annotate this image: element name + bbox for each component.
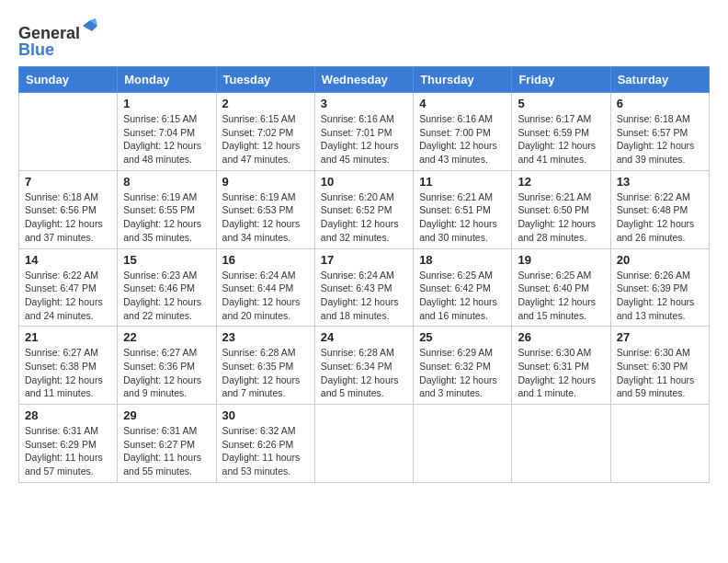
day-number: 25 <box>419 330 506 344</box>
day-info: Sunrise: 6:22 AM Sunset: 6:48 PM Dayligh… <box>617 190 703 245</box>
day-info: Sunrise: 6:24 AM Sunset: 6:44 PM Dayligh… <box>222 269 309 323</box>
day-info: Sunrise: 6:15 AM Sunset: 7:04 PM Dayligh… <box>123 112 210 167</box>
day-number: 28 <box>25 408 111 422</box>
day-number: 18 <box>419 253 506 267</box>
day-info: Sunrise: 6:18 AM Sunset: 6:56 PM Dayligh… <box>25 190 111 245</box>
calendar-cell: 21Sunrise: 6:27 AM Sunset: 6:38 PM Dayli… <box>19 327 118 405</box>
day-number: 29 <box>123 408 210 422</box>
calendar-week-4: 21Sunrise: 6:27 AM Sunset: 6:38 PM Dayli… <box>19 327 710 405</box>
calendar-cell: 4Sunrise: 6:16 AM Sunset: 7:00 PM Daylig… <box>414 93 512 171</box>
calendar-cell: 22Sunrise: 6:27 AM Sunset: 6:36 PM Dayli… <box>118 327 216 405</box>
calendar-cell: 3Sunrise: 6:16 AM Sunset: 7:01 PM Daylig… <box>314 93 413 171</box>
calendar-cell: 2Sunrise: 6:15 AM Sunset: 7:02 PM Daylig… <box>216 93 314 171</box>
calendar-week-5: 28Sunrise: 6:31 AM Sunset: 6:29 PM Dayli… <box>19 405 710 483</box>
calendar-cell: 20Sunrise: 6:26 AM Sunset: 6:39 PM Dayli… <box>610 248 709 327</box>
calendar-header-row: SundayMondayTuesdayWednesdayThursdayFrid… <box>19 67 710 93</box>
header-monday: Monday <box>118 67 216 93</box>
day-number: 24 <box>321 330 407 344</box>
calendar-table: SundayMondayTuesdayWednesdayThursdayFrid… <box>18 66 710 483</box>
calendar-cell: 23Sunrise: 6:28 AM Sunset: 6:35 PM Dayli… <box>216 327 314 405</box>
day-info: Sunrise: 6:30 AM Sunset: 6:30 PM Dayligh… <box>617 346 703 400</box>
calendar-cell: 24Sunrise: 6:28 AM Sunset: 6:34 PM Dayli… <box>314 327 413 405</box>
calendar-cell <box>314 405 413 483</box>
day-info: Sunrise: 6:16 AM Sunset: 7:01 PM Dayligh… <box>321 112 407 167</box>
calendar-cell: 7Sunrise: 6:18 AM Sunset: 6:56 PM Daylig… <box>19 170 118 248</box>
day-info: Sunrise: 6:16 AM Sunset: 7:00 PM Dayligh… <box>419 112 506 167</box>
day-number: 30 <box>222 408 309 422</box>
calendar-cell: 27Sunrise: 6:30 AM Sunset: 6:30 PM Dayli… <box>610 327 709 405</box>
day-info: Sunrise: 6:19 AM Sunset: 6:55 PM Dayligh… <box>123 190 210 245</box>
day-info: Sunrise: 6:17 AM Sunset: 6:59 PM Dayligh… <box>518 112 604 167</box>
calendar-week-2: 7Sunrise: 6:18 AM Sunset: 6:56 PM Daylig… <box>19 170 710 248</box>
calendar-cell: 29Sunrise: 6:31 AM Sunset: 6:27 PM Dayli… <box>118 405 216 483</box>
header-wednesday: Wednesday <box>314 67 413 93</box>
calendar-week-1: 1Sunrise: 6:15 AM Sunset: 7:04 PM Daylig… <box>19 93 710 171</box>
day-number: 21 <box>25 330 111 344</box>
day-info: Sunrise: 6:31 AM Sunset: 6:29 PM Dayligh… <box>25 424 111 478</box>
day-number: 13 <box>617 175 703 189</box>
calendar-cell: 9Sunrise: 6:19 AM Sunset: 6:53 PM Daylig… <box>216 170 314 248</box>
header-thursday: Thursday <box>414 67 512 93</box>
logo-icon: General Blue <box>18 18 101 59</box>
day-number: 5 <box>518 97 604 110</box>
calendar-cell: 15Sunrise: 6:23 AM Sunset: 6:46 PM Dayli… <box>118 248 216 327</box>
calendar-cell: 18Sunrise: 6:25 AM Sunset: 6:42 PM Dayli… <box>414 248 512 327</box>
day-number: 4 <box>419 97 506 110</box>
calendar-cell: 25Sunrise: 6:29 AM Sunset: 6:32 PM Dayli… <box>414 327 512 405</box>
calendar-cell: 16Sunrise: 6:24 AM Sunset: 6:44 PM Dayli… <box>216 248 314 327</box>
calendar-cell: 30Sunrise: 6:32 AM Sunset: 6:26 PM Dayli… <box>216 405 314 483</box>
day-info: Sunrise: 6:15 AM Sunset: 7:02 PM Dayligh… <box>222 112 309 167</box>
day-info: Sunrise: 6:27 AM Sunset: 6:36 PM Dayligh… <box>123 346 210 400</box>
day-info: Sunrise: 6:24 AM Sunset: 6:43 PM Dayligh… <box>321 269 407 323</box>
calendar-cell: 26Sunrise: 6:30 AM Sunset: 6:31 PM Dayli… <box>512 327 610 405</box>
calendar-cell: 28Sunrise: 6:31 AM Sunset: 6:29 PM Dayli… <box>19 405 118 483</box>
day-number: 20 <box>617 253 703 267</box>
calendar-cell: 10Sunrise: 6:20 AM Sunset: 6:52 PM Dayli… <box>314 170 413 248</box>
day-number: 10 <box>321 175 407 189</box>
day-number: 23 <box>222 330 309 344</box>
day-info: Sunrise: 6:29 AM Sunset: 6:32 PM Dayligh… <box>419 346 506 400</box>
day-info: Sunrise: 6:31 AM Sunset: 6:27 PM Dayligh… <box>123 424 210 478</box>
calendar-cell: 11Sunrise: 6:21 AM Sunset: 6:51 PM Dayli… <box>414 170 512 248</box>
day-number: 15 <box>123 253 210 267</box>
day-info: Sunrise: 6:28 AM Sunset: 6:34 PM Dayligh… <box>321 346 407 400</box>
day-number: 27 <box>617 330 703 344</box>
day-info: Sunrise: 6:21 AM Sunset: 6:51 PM Dayligh… <box>419 190 506 245</box>
day-number: 7 <box>25 175 111 189</box>
day-number: 22 <box>123 330 210 344</box>
day-info: Sunrise: 6:23 AM Sunset: 6:46 PM Dayligh… <box>123 269 210 323</box>
day-info: Sunrise: 6:28 AM Sunset: 6:35 PM Dayligh… <box>222 346 309 400</box>
calendar-cell <box>414 405 512 483</box>
day-number: 6 <box>617 97 703 110</box>
day-info: Sunrise: 6:27 AM Sunset: 6:38 PM Dayligh… <box>25 346 111 400</box>
day-number: 14 <box>25 253 111 267</box>
day-info: Sunrise: 6:22 AM Sunset: 6:47 PM Dayligh… <box>25 269 111 323</box>
calendar-cell: 5Sunrise: 6:17 AM Sunset: 6:59 PM Daylig… <box>512 93 610 171</box>
day-info: Sunrise: 6:32 AM Sunset: 6:26 PM Dayligh… <box>222 424 309 478</box>
header-tuesday: Tuesday <box>216 67 314 93</box>
calendar-cell: 19Sunrise: 6:25 AM Sunset: 6:40 PM Dayli… <box>512 248 610 327</box>
day-info: Sunrise: 6:25 AM Sunset: 6:42 PM Dayligh… <box>419 269 506 323</box>
calendar-cell: 14Sunrise: 6:22 AM Sunset: 6:47 PM Dayli… <box>19 248 118 327</box>
calendar-cell: 13Sunrise: 6:22 AM Sunset: 6:48 PM Dayli… <box>610 170 709 248</box>
day-number: 19 <box>518 253 604 267</box>
svg-text:Blue: Blue <box>18 40 54 59</box>
day-info: Sunrise: 6:18 AM Sunset: 6:57 PM Dayligh… <box>617 112 703 167</box>
day-number: 2 <box>222 97 309 110</box>
calendar-cell: 6Sunrise: 6:18 AM Sunset: 6:57 PM Daylig… <box>610 93 709 171</box>
day-info: Sunrise: 6:20 AM Sunset: 6:52 PM Dayligh… <box>321 190 407 245</box>
svg-text:General: General <box>18 24 80 42</box>
header: General Blue <box>18 15 710 59</box>
calendar-cell: 1Sunrise: 6:15 AM Sunset: 7:04 PM Daylig… <box>118 93 216 171</box>
day-number: 11 <box>419 175 506 189</box>
day-number: 26 <box>518 330 604 344</box>
calendar-cell <box>19 93 118 171</box>
day-info: Sunrise: 6:21 AM Sunset: 6:50 PM Dayligh… <box>518 190 604 245</box>
calendar-week-3: 14Sunrise: 6:22 AM Sunset: 6:47 PM Dayli… <box>19 248 710 327</box>
day-number: 9 <box>222 175 309 189</box>
header-friday: Friday <box>512 67 610 93</box>
header-saturday: Saturday <box>610 67 709 93</box>
calendar-cell: 12Sunrise: 6:21 AM Sunset: 6:50 PM Dayli… <box>512 170 610 248</box>
day-number: 3 <box>321 97 407 110</box>
calendar-cell: 17Sunrise: 6:24 AM Sunset: 6:43 PM Dayli… <box>314 248 413 327</box>
